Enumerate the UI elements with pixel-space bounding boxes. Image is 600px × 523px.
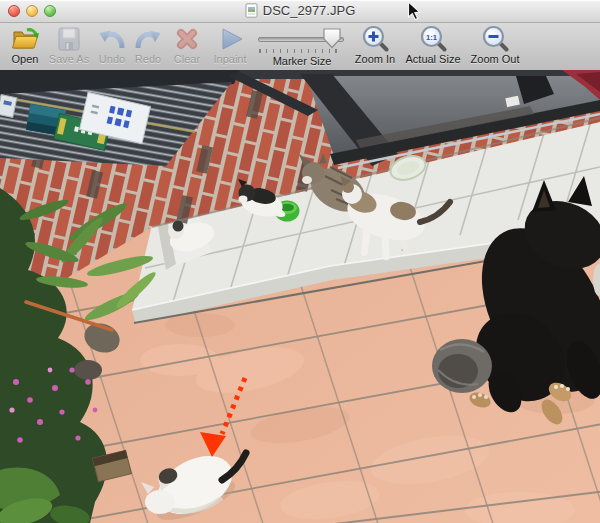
floppy-disk-icon (55, 25, 83, 53)
open-label: Open (4, 53, 46, 65)
photo-canvas[interactable] (0, 70, 600, 523)
app-window: DSC_2977.JPG Open (0, 0, 600, 523)
actual-size-label: Actual Size (402, 53, 464, 65)
open-button[interactable]: Open (4, 25, 46, 65)
magnifier-plus-icon (361, 25, 389, 53)
clear-button[interactable]: Clear (168, 25, 206, 65)
inpaint-button[interactable]: Inpaint (206, 25, 254, 65)
folder-open-icon (11, 25, 39, 53)
undo-label: Undo (94, 53, 130, 65)
actual-size-button[interactable]: 1:1 Actual Size (402, 25, 464, 65)
marker-size-label: Marker Size (252, 55, 352, 67)
undo-button[interactable]: Undo (94, 25, 130, 65)
play-triangle-icon (216, 25, 244, 53)
photo-image (0, 70, 600, 523)
slider-thumb[interactable] (322, 27, 342, 49)
zoom-in-label: Zoom In (350, 53, 400, 65)
zoom-in-button[interactable]: Zoom In (350, 25, 400, 65)
document-proxy-icon[interactable] (245, 3, 258, 18)
marker-size-slider: Marker Size (252, 25, 352, 69)
save-as-button[interactable]: Save As (46, 25, 92, 65)
magnifier-1to1-icon: 1:1 (419, 25, 447, 53)
redo-arrow-icon (134, 25, 162, 53)
clear-label: Clear (168, 53, 206, 65)
undo-arrow-icon (98, 25, 126, 53)
redo-label: Redo (130, 53, 166, 65)
window-title: DSC_2977.JPG (263, 3, 356, 18)
zoom-out-button[interactable]: Zoom Out (466, 25, 524, 65)
inpaint-label: Inpaint (206, 53, 254, 65)
toolbar: Open Save As Undo (0, 23, 600, 71)
titlebar-highlight (0, 0, 600, 1)
save-as-label: Save As (46, 53, 92, 65)
one-to-one-text: 1:1 (426, 33, 437, 42)
title-bar: DSC_2977.JPG (0, 0, 600, 23)
red-x-icon (173, 25, 201, 53)
mouse-cursor (407, 1, 421, 21)
magnifier-minus-icon (481, 25, 509, 53)
slider-ticks (259, 49, 337, 53)
dog-tail (432, 339, 492, 393)
zoom-out-label: Zoom Out (466, 53, 524, 65)
redo-button[interactable]: Redo (130, 25, 166, 65)
